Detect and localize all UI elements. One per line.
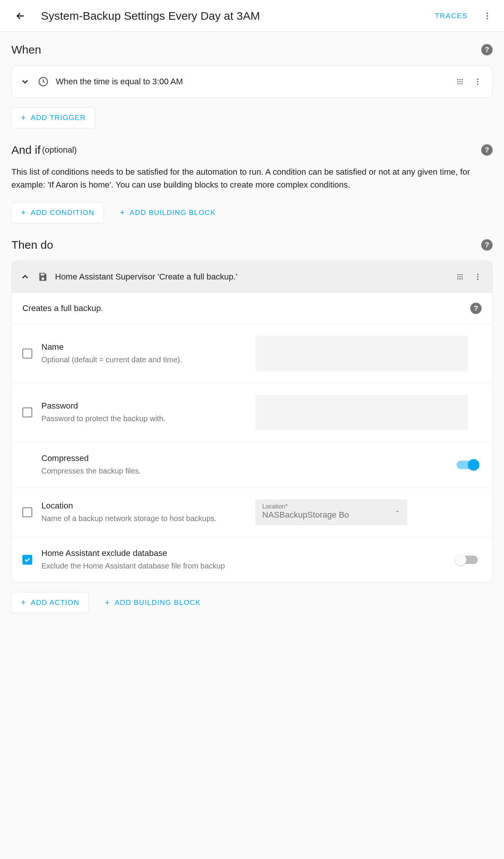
chevron-down-icon: [20, 77, 30, 87]
location-field-label: Location*: [262, 503, 400, 510]
location-checkbox[interactable]: [22, 507, 32, 517]
add-condition-label: ADD CONDITION: [31, 208, 94, 217]
grip-icon: [456, 273, 464, 281]
thendo-section: Then do ? Home Assistant Supervisor 'Cre…: [11, 238, 493, 613]
top-bar: System-Backup Settings Every Day at 3AM …: [0, 0, 504, 32]
svg-point-26: [477, 276, 479, 278]
param-exclude-db-row: Home Assistant exclude database Exclude …: [12, 537, 492, 583]
add-action-label: ADD ACTION: [31, 598, 79, 607]
name-label: Name: [41, 342, 246, 352]
clock-icon: [38, 76, 49, 87]
plus-icon: +: [21, 598, 26, 607]
drag-handle[interactable]: [456, 77, 464, 86]
trigger-card: When the time is equal to 3:00 AM: [11, 65, 493, 98]
svg-point-21: [461, 276, 463, 278]
help-icon[interactable]: ?: [481, 239, 493, 251]
svg-point-20: [460, 276, 461, 278]
dots-vertical-icon: [474, 273, 482, 281]
svg-point-8: [460, 81, 461, 82]
add-building-block-button[interactable]: + ADD BUILDING BLOCK: [96, 592, 210, 613]
check-icon: [24, 556, 31, 563]
when-heading: When: [11, 43, 41, 56]
when-section: When ? When the time is equal to 3:00 AM: [11, 43, 493, 128]
trigger-menu-button[interactable]: [471, 73, 485, 91]
help-icon[interactable]: ?: [481, 44, 493, 55]
plus-icon: +: [120, 208, 125, 217]
name-checkbox[interactable]: [22, 349, 32, 358]
svg-point-27: [477, 279, 479, 280]
svg-point-6: [461, 79, 463, 80]
param-password-row: Password Password to protect the backup …: [12, 383, 492, 442]
chevron-up-icon: [20, 272, 30, 282]
svg-point-2: [487, 18, 488, 19]
svg-point-9: [461, 81, 463, 82]
drag-handle[interactable]: [456, 273, 464, 281]
exclude-db-label: Home Assistant exclude database: [41, 548, 246, 558]
plus-icon: +: [21, 114, 26, 122]
add-building-block-button[interactable]: + ADD BUILDING BLOCK: [111, 202, 225, 223]
thendo-heading: Then do: [11, 238, 53, 251]
password-checkbox[interactable]: [22, 407, 32, 417]
trigger-title: When the time is equal to 3:00 AM: [56, 77, 449, 87]
svg-point-13: [477, 79, 479, 80]
name-desc: Optional (default = current date and tim…: [41, 354, 246, 365]
collapse-button[interactable]: [19, 271, 31, 283]
traces-link[interactable]: TRACES: [435, 12, 468, 20]
svg-point-10: [457, 83, 458, 84]
floppy-icon: [38, 272, 48, 282]
compressed-toggle[interactable]: [457, 461, 478, 469]
add-trigger-label: ADD TRIGGER: [31, 114, 86, 122]
help-icon[interactable]: ?: [470, 303, 482, 314]
andif-section: And if (optional) ? This list of conditi…: [11, 144, 493, 223]
action-description: Creates a full backup.: [22, 303, 103, 313]
plus-icon: +: [21, 208, 26, 217]
password-label: Password: [41, 401, 246, 411]
svg-point-24: [461, 278, 463, 279]
svg-point-18: [461, 274, 463, 275]
add-action-button[interactable]: + ADD ACTION: [11, 592, 89, 613]
svg-point-22: [457, 278, 458, 279]
arrow-left-icon: [15, 10, 26, 22]
svg-point-12: [461, 83, 463, 84]
exclude-db-desc: Exclude the Home Assistant database file…: [41, 561, 246, 571]
location-select[interactable]: Location* NASBackupStorage Bo: [255, 499, 407, 525]
action-menu-button[interactable]: [471, 268, 485, 286]
param-name-row: Name Optional (default = current date an…: [12, 324, 492, 383]
svg-point-5: [460, 79, 461, 80]
location-desc: Name of a backup network storage to host…: [41, 513, 246, 524]
caret-down-icon: [394, 508, 400, 516]
svg-point-0: [487, 13, 488, 14]
add-block-label: ADD BUILDING BLOCK: [115, 598, 200, 607]
name-input[interactable]: [255, 336, 468, 371]
svg-point-23: [460, 278, 461, 279]
password-input[interactable]: [255, 395, 468, 430]
dots-vertical-icon: [474, 77, 482, 86]
location-value: NASBackupStorage Bo: [262, 510, 400, 520]
andif-description: This list of conditions needs to be sati…: [11, 166, 493, 191]
svg-point-15: [477, 84, 479, 85]
add-block-label: ADD BUILDING BLOCK: [130, 208, 216, 217]
add-trigger-button[interactable]: + ADD TRIGGER: [11, 107, 95, 128]
exclude-db-checkbox[interactable]: [22, 555, 32, 565]
compressed-desc: Compresses the backup files.: [41, 466, 246, 476]
svg-point-14: [477, 81, 479, 82]
plus-icon: +: [105, 598, 110, 607]
add-condition-button[interactable]: + ADD CONDITION: [11, 202, 104, 223]
action-title: Home Assistant Supervisor 'Create a full…: [55, 272, 449, 282]
svg-point-16: [457, 274, 458, 275]
expand-button[interactable]: [19, 76, 31, 87]
svg-point-1: [487, 15, 488, 17]
help-icon[interactable]: ?: [481, 144, 493, 156]
action-card: Home Assistant Supervisor 'Create a full…: [11, 261, 493, 583]
param-location-row: Location Name of a backup network storag…: [12, 488, 492, 537]
back-button[interactable]: [11, 7, 30, 25]
page-title: System-Backup Settings Every Day at 3AM: [41, 9, 435, 22]
exclude-db-toggle[interactable]: [457, 556, 478, 564]
svg-point-25: [477, 274, 479, 275]
svg-point-17: [460, 274, 461, 275]
overflow-menu-button[interactable]: [478, 7, 496, 25]
svg-point-7: [457, 81, 458, 82]
param-compressed-row: Compressed Compresses the backup files.: [12, 442, 492, 488]
location-label: Location: [41, 501, 246, 511]
svg-point-4: [457, 79, 458, 80]
